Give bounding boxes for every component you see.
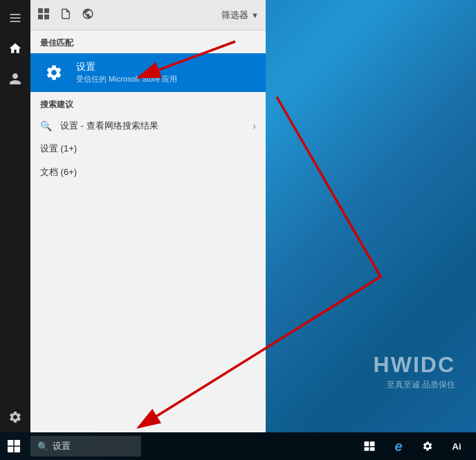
suggestion-text: 设置 - 查看网络搜索结果	[60, 120, 244, 132]
edge-icon: e	[394, 439, 402, 454]
start-panel: 筛选器 ▼ 最佳匹配 设置 受信任的 Microsoft Store 应用 搜索…	[30, 0, 266, 432]
taskbar-gear-button[interactable]	[415, 432, 440, 460]
search-suggestion-icon: 🔍	[40, 120, 52, 131]
ai-button[interactable]: Ai	[444, 432, 469, 460]
edge-browser-button[interactable]: e	[386, 432, 411, 460]
taskbar-gear-icon	[422, 441, 433, 452]
best-match-item[interactable]: 设置 受信任的 Microsoft Store 应用	[30, 53, 266, 92]
taskbar-right: e Ai	[357, 432, 476, 460]
suggestion-arrow-icon: ›	[253, 120, 256, 131]
start-button[interactable]	[0, 432, 28, 460]
taskbar-search-icon: 🔍	[37, 441, 48, 452]
svg-rect-3	[38, 8, 43, 13]
best-match-label: 最佳匹配	[30, 30, 266, 53]
ai-icon-text: Ai	[452, 441, 461, 452]
watermark-subtitle: 至真至诚 品质保住	[374, 379, 455, 391]
svg-rect-6	[44, 15, 49, 19]
settings-icon	[8, 410, 22, 424]
suggestion-item[interactable]: 🔍 设置 - 查看网络搜索结果 ›	[30, 115, 266, 137]
filter-button[interactable]: 筛选器 ▼	[221, 9, 259, 21]
taskbar: 🔍 设置 e Ai	[0, 432, 476, 460]
task-view-icon	[363, 440, 376, 452]
watermark: HWIDC 至真至诚 品质保住	[374, 352, 455, 391]
svg-rect-8	[370, 441, 375, 446]
windows-icon	[8, 440, 20, 452]
watermark-title: HWIDC	[374, 352, 455, 378]
home-icon	[8, 42, 22, 55]
home-button[interactable]	[0, 33, 30, 64]
svg-rect-7	[365, 441, 369, 446]
best-match-sub: 受信任的 Microsoft Store 应用	[76, 74, 256, 84]
best-match-text: 设置 受信任的 Microsoft Store 应用	[76, 61, 256, 84]
settings-app-icon	[40, 59, 68, 86]
hamburger-icon	[8, 11, 22, 25]
svg-rect-1	[10, 17, 21, 19]
svg-rect-2	[10, 21, 21, 22]
section1-item[interactable]: 设置 (1+)	[30, 137, 266, 160]
svg-rect-5	[38, 15, 43, 19]
taskbar-search-box[interactable]: 🔍 设置	[30, 436, 141, 457]
best-match-name: 设置	[76, 61, 256, 73]
hamburger-button[interactable]	[0, 3, 30, 33]
svg-rect-4	[44, 8, 49, 13]
start-sidebar	[0, 0, 30, 432]
panel-web-icon[interactable]	[82, 8, 94, 23]
person-icon	[8, 72, 22, 86]
sidebar-bottom	[0, 402, 30, 432]
svg-rect-0	[10, 14, 21, 15]
svg-rect-10	[370, 448, 375, 451]
suggestions-label: 搜索建议	[30, 92, 266, 115]
filter-chevron-icon: ▼	[251, 11, 259, 19]
panel-doc-icon[interactable]	[60, 8, 72, 23]
section2-item[interactable]: 文档 (6+)	[30, 160, 266, 184]
panel-grid-icon[interactable]	[37, 8, 50, 23]
taskbar-search-text: 设置	[53, 440, 71, 452]
filter-label: 筛选器	[221, 9, 248, 21]
panel-toolbar: 筛选器 ▼	[30, 0, 266, 30]
task-view-button[interactable]	[357, 432, 382, 460]
account-button[interactable]	[0, 64, 30, 94]
svg-rect-9	[365, 448, 369, 451]
settings-sidebar-button[interactable]	[0, 402, 30, 432]
